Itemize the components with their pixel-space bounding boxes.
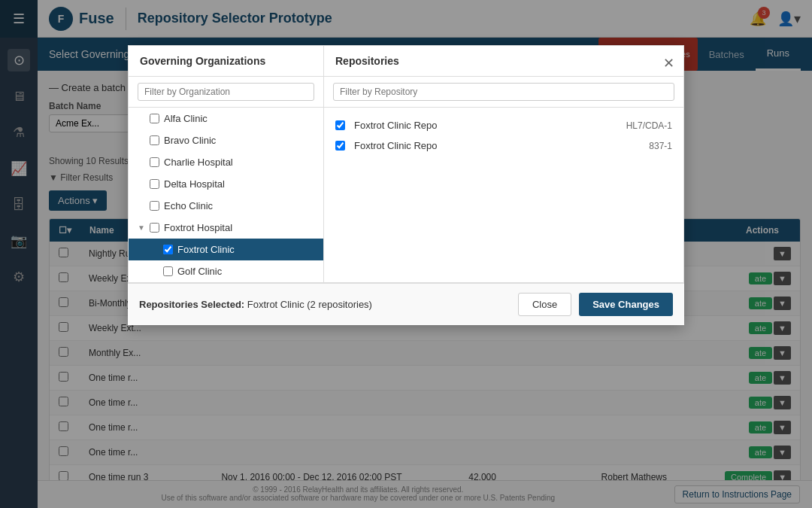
repo-name-1: Foxtrot Clinic Repo xyxy=(354,120,620,131)
org-checkbox-delta[interactable] xyxy=(150,179,159,189)
repo-filter-input[interactable] xyxy=(333,83,674,101)
modal-footer: Repositories Selected: Foxtrot Clinic (2… xyxy=(128,283,684,325)
org-checkbox-charlie[interactable] xyxy=(150,157,159,167)
org-label-delta: Delta Hospital xyxy=(164,178,225,190)
org-filter-input[interactable] xyxy=(138,83,314,101)
repo-list: Foxtrot Clinic Repo HL7/CDA-1 Foxtrot Cl… xyxy=(324,108,683,163)
repository-selector-modal: Governing Organizations Alfa Clinic Brav… xyxy=(128,45,684,325)
org-item-bravo[interactable]: Bravo Clinic xyxy=(129,129,323,151)
repo-name-2: Foxtrot Clinic Repo xyxy=(354,140,643,151)
org-label-foxtrot-hospital: Foxtrot Hospital xyxy=(164,222,232,233)
org-label-golf: Golf Clinic xyxy=(177,266,222,277)
org-item-foxtrot-clinic[interactable]: Foxtrot Clinic xyxy=(129,239,323,260)
modal-body: Governing Organizations Alfa Clinic Brav… xyxy=(128,45,684,283)
org-item-golf[interactable]: Golf Clinic xyxy=(129,260,323,282)
modal-footer-text: Repositories Selected: Foxtrot Clinic (2… xyxy=(139,299,372,310)
repo-type-2: 837-1 xyxy=(649,141,672,151)
footer-repos-label: Repositories Selected: xyxy=(139,299,244,310)
modal-save-btn[interactable]: Save Changes xyxy=(579,293,673,316)
repo-filter-area xyxy=(324,77,683,108)
org-label-bravo: Bravo Clinic xyxy=(164,135,216,146)
org-item-delta[interactable]: Delta Hospital xyxy=(129,173,323,195)
repo-checkbox-1[interactable] xyxy=(335,120,345,130)
org-item-foxtrot-hospital[interactable]: ▼ Foxtrot Hospital xyxy=(129,217,323,239)
org-label-echo: Echo Clinic xyxy=(164,200,213,211)
org-checkbox-foxtrot-hospital[interactable] xyxy=(150,223,159,233)
footer-repo-count: (2 repositories) xyxy=(307,299,372,310)
org-checkbox-foxtrot-clinic[interactable] xyxy=(163,245,173,254)
modal-left-panel: Governing Organizations Alfa Clinic Brav… xyxy=(129,46,324,282)
expand-icon-foxtrot-hospital: ▼ xyxy=(138,224,147,232)
modal-close-btn[interactable]: Close xyxy=(518,293,571,316)
footer-selected-org: Foxtrot Clinic xyxy=(247,299,307,310)
org-filter-area xyxy=(129,77,323,108)
modal-right-panel: Repositories ✕ Foxtrot Clinic Repo HL7/C… xyxy=(324,46,683,282)
modal-footer-buttons: Close Save Changes xyxy=(518,293,673,316)
modal-left-header: Governing Organizations xyxy=(129,46,323,77)
repo-type-1: HL7/CDA-1 xyxy=(626,120,672,131)
org-checkbox-golf[interactable] xyxy=(163,266,173,276)
org-checkbox-alfa[interactable] xyxy=(150,114,159,123)
org-label-charlie: Charlie Hospital xyxy=(164,157,233,168)
org-label-alfa: Alfa Clinic xyxy=(164,113,208,124)
modal-overlay: Governing Organizations Alfa Clinic Brav… xyxy=(0,0,812,508)
org-list: Alfa Clinic Bravo Clinic Charlie Hospita… xyxy=(129,108,323,282)
org-label-foxtrot-clinic: Foxtrot Clinic xyxy=(177,244,235,255)
org-item-echo[interactable]: Echo Clinic xyxy=(129,195,323,217)
repo-item-2: Foxtrot Clinic Repo 837-1 xyxy=(335,135,672,156)
org-checkbox-echo[interactable] xyxy=(150,201,159,211)
org-checkbox-bravo[interactable] xyxy=(150,135,159,145)
org-item-charlie[interactable]: Charlie Hospital xyxy=(129,151,323,173)
modal-close-button[interactable]: ✕ xyxy=(663,55,674,71)
org-item-alfa[interactable]: Alfa Clinic xyxy=(129,108,323,129)
repo-item-1: Foxtrot Clinic Repo HL7/CDA-1 xyxy=(335,115,672,135)
repo-checkbox-2[interactable] xyxy=(335,141,345,151)
modal-right-header: Repositories xyxy=(324,46,683,77)
